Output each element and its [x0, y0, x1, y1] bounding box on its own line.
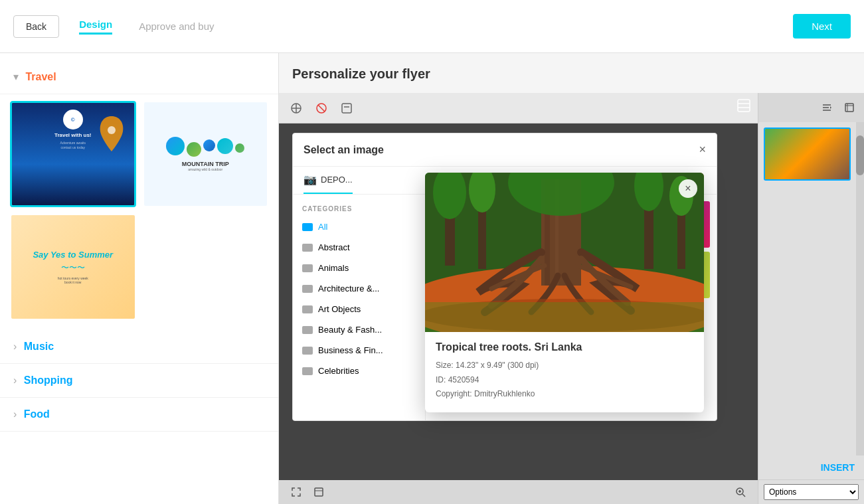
editor-area: Select an image × 📷 DEPO... CATEGORIES [279, 93, 864, 504]
thumbnail-tree-image [765, 129, 849, 179]
tree-roots-image [425, 173, 704, 332]
category-art-objects-label: Art Objects [318, 304, 361, 314]
chevron-right-icon-food: › [13, 408, 17, 420]
category-entry-architecture[interactable]: Architecture &... [293, 278, 425, 299]
popup-close-button[interactable]: × [679, 179, 697, 198]
sidebar-item-food[interactable]: › Food [0, 398, 278, 432]
move-icon [290, 102, 302, 114]
bottom-left-tools [287, 483, 328, 501]
zoom-icon [734, 486, 746, 498]
select-image-close-button[interactable]: × [699, 143, 706, 157]
options-dropdown[interactable]: Options [764, 484, 859, 500]
personalize-title: Personalize your flyer [292, 66, 430, 82]
category-entry-animals[interactable]: Animals [293, 258, 425, 278]
svg-rect-6 [342, 104, 351, 113]
folder-icon-architecture [302, 285, 313, 293]
image-detail-popup: × Tropical tree roots. Sri Lanka Size: 1… [425, 173, 704, 412]
category-entry-all[interactable]: All [293, 216, 425, 237]
editor-tool-btn-3[interactable] [336, 98, 357, 119]
category-business-label: Business & Fin... [318, 345, 383, 355]
template3-wave: 〜〜〜 [61, 262, 85, 274]
content-area: Personalize your flyer [279, 53, 864, 504]
category-entry-celebrities[interactable]: Celebrities [293, 361, 425, 381]
sidebar-item-shopping[interactable]: › Shopping [0, 364, 278, 398]
crop-icon [844, 102, 855, 113]
chevron-down-icon: ▾ [13, 71, 19, 82]
fullscreen-icon [313, 487, 324, 497]
next-button[interactable]: Next [793, 14, 851, 39]
editor-tool-btn-2[interactable] [311, 98, 332, 119]
editor-bottom-toolbar [279, 480, 758, 504]
category-animals-label: Animals [318, 263, 349, 273]
tab-deposit[interactable]: 📷 DEPO... [303, 167, 353, 194]
svg-rect-8 [738, 100, 750, 112]
folder-icon-art-objects [302, 305, 313, 313]
folder-icon-animals [302, 264, 313, 272]
food-category-label: Food [24, 408, 50, 420]
category-entry-beauty[interactable]: Beauty & Fash... [293, 319, 425, 340]
chevron-right-icon-music: › [13, 341, 17, 352]
thumbnail-area [758, 122, 864, 456]
svg-rect-31 [845, 104, 853, 112]
block-icon [315, 102, 327, 114]
sidebar-item-travel[interactable]: ▾ Travel [0, 60, 278, 94]
template2-sub: amazing wild & outdoor [188, 167, 222, 171]
folder-icon-celebrities [302, 367, 313, 375]
template-thumb-1[interactable]: © Travel with us! Adventure awaitscontac… [10, 101, 136, 207]
template2-circles [166, 137, 244, 157]
editor-tool-btn-1[interactable] [286, 98, 307, 119]
template1-map-icon [94, 113, 130, 156]
scrollbar[interactable] [856, 122, 864, 456]
svg-rect-26 [425, 302, 704, 332]
template3-text: hot tours every weekbook it now [58, 276, 88, 284]
popup-copyright: Copyright: DmitryRukhlenko [436, 387, 693, 402]
align-icon [821, 102, 832, 113]
shopping-category-label: Shopping [24, 375, 73, 386]
camera-icon: 📷 [303, 173, 317, 186]
back-button[interactable]: Back [13, 15, 59, 38]
crop-button[interactable] [840, 98, 859, 117]
editor-right-panel: INSERT Options [758, 93, 864, 504]
template1-text: Adventure awaitscontact us today [60, 141, 86, 150]
layers-icon [736, 98, 751, 113]
fullscreen-button[interactable] [309, 483, 328, 501]
popup-meta: Size: 14.23" x 9.49" (300 dpi) ID: 45205… [436, 359, 693, 402]
thumbnail-item-selected[interactable] [764, 127, 851, 181]
category-entry-art-objects[interactable]: Art Objects [293, 299, 425, 319]
categories-column: CATEGORIES All Abstract Animals [293, 195, 426, 420]
popup-info: Tropical tree roots. Sri Lanka Size: 14.… [425, 332, 704, 412]
select-image-header: Select an image × [293, 133, 717, 167]
dropdown-area: Options [758, 479, 864, 504]
category-all-label: All [318, 222, 327, 232]
tab-design[interactable]: Design [79, 19, 112, 35]
layers-button[interactable] [736, 98, 751, 116]
text-frame-icon [341, 102, 353, 114]
template2-title: MOUNTAIN TRIP [182, 161, 229, 167]
folder-icon-business [302, 347, 313, 355]
svg-marker-30 [830, 106, 831, 109]
align-button[interactable] [818, 98, 836, 117]
template1-title: Travel with us! [54, 132, 92, 138]
category-entry-abstract[interactable]: Abstract [293, 237, 425, 258]
editor-top-toolbar [279, 93, 758, 124]
sidebar-item-music[interactable]: › Music [0, 330, 278, 364]
categories-section-label: CATEGORIES [293, 201, 425, 216]
category-entry-business[interactable]: Business & Fin... [293, 340, 425, 361]
template-thumb-3[interactable]: Say Yes to Summer 〜〜〜 hot tours every we… [10, 214, 136, 320]
select-image-title: Select an image [303, 144, 384, 156]
right-toolbar [758, 93, 864, 122]
zoom-in-button[interactable] [731, 483, 750, 501]
template-thumb-2[interactable]: MOUNTAIN TRIP amazing wild & outdoor [143, 101, 269, 207]
template1-logo: © [63, 110, 83, 129]
music-category-label: Music [24, 341, 54, 352]
popup-image: × [425, 173, 704, 332]
folder-icon-all [302, 223, 313, 231]
tab-approve-and-buy[interactable]: Approve and buy [139, 21, 214, 32]
svg-point-0 [108, 126, 116, 134]
expand-button[interactable] [287, 483, 305, 501]
insert-button[interactable]: INSERT [758, 456, 864, 479]
folder-icon-abstract [302, 244, 313, 252]
sidebar: ▾ Travel © Travel with us! Adventure awa… [0, 53, 279, 504]
topbar: Back Design Approve and buy Next [0, 0, 864, 53]
main-layout: ▾ Travel © Travel with us! Adventure awa… [0, 53, 864, 504]
